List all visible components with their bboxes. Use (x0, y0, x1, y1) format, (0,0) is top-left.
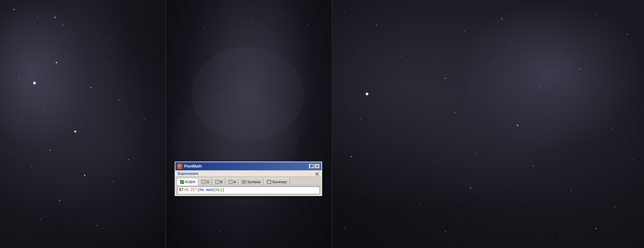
svg-point-19 (84, 175, 85, 176)
tab-b-color-box (216, 180, 219, 184)
svg-point-75 (564, 109, 565, 110)
svg-rect-112 (268, 181, 271, 183)
expression-med: med (206, 188, 213, 192)
svg-point-86 (527, 200, 527, 201)
svg-point-44 (226, 9, 226, 9)
svg-point-15 (50, 150, 51, 151)
expression-area: $T+0.25*(Ha-med(Ha)) (175, 185, 322, 195)
tab-g-label: G (206, 180, 209, 184)
tab-g[interactable]: G (199, 178, 212, 185)
svg-point-101 (348, 141, 348, 141)
svg-point-53 (345, 12, 345, 13)
svg-point-8 (91, 87, 92, 88)
tab-a-color-box (229, 180, 232, 184)
svg-point-68 (539, 87, 540, 88)
svg-point-97 (461, 53, 461, 54)
svg-point-78 (433, 163, 433, 163)
svg-point-105 (586, 139, 587, 139)
svg-point-16 (103, 144, 104, 144)
tab-rgb-k[interactable]: RGB/K (177, 178, 198, 185)
panel-separator-left (165, 0, 166, 248)
svg-point-82 (633, 159, 634, 160)
close-button[interactable]: ✕ (315, 164, 320, 168)
svg-point-0 (14, 9, 15, 10)
svg-point-12 (15, 125, 16, 126)
svg-point-90 (395, 238, 396, 238)
svg-point-69 (580, 69, 581, 69)
expression-T: $T (179, 188, 184, 192)
svg-point-74 (517, 125, 518, 126)
expression-num: 0.25 (186, 188, 195, 192)
expression-input[interactable]: $T+0.25*(Ha-med(Ha)) (177, 187, 320, 194)
pixelmath-dialog: ✦ PixelMath 🗗 ✕ Expressions ▲ R (175, 162, 322, 196)
svg-point-43 (204, 28, 204, 28)
svg-point-94 (596, 228, 597, 229)
svg-point-83 (364, 194, 364, 194)
dialog-icon-label: ✦ (178, 165, 181, 168)
svg-point-79 (476, 153, 477, 154)
tab-rgb-color-box (180, 180, 184, 184)
svg-point-96 (386, 44, 386, 44)
svg-point-60 (627, 34, 628, 35)
tab-rgb-label: RGB/K (185, 180, 195, 184)
svg-point-100 (605, 44, 605, 44)
svg-point-57 (502, 18, 503, 19)
dialog-body: Expressions ▲ RGB/K G B (175, 170, 322, 195)
svg-point-77 (351, 156, 352, 157)
svg-point-81 (589, 153, 590, 154)
svg-point-41 (155, 147, 156, 147)
dialog-title-left: ✦ PixelMath (177, 164, 202, 169)
svg-point-70 (621, 81, 621, 82)
svg-point-21 (113, 181, 113, 182)
main-container: ✦ PixelMath 🗗 ✕ Expressions ▲ R (0, 0, 644, 248)
svg-point-51 (298, 235, 298, 235)
expression-Ha: Ha (200, 188, 204, 192)
dialog-title-text: PixelMath (184, 164, 202, 168)
svg-point-48 (175, 219, 176, 220)
svg-point-34 (27, 213, 28, 213)
svg-point-39 (106, 62, 107, 63)
svg-point-67 (495, 62, 496, 63)
svg-point-88 (615, 206, 615, 207)
restore-button[interactable]: 🗗 (309, 164, 314, 168)
svg-point-50 (257, 222, 257, 222)
svg-point-99 (561, 50, 562, 50)
svg-point-25 (97, 225, 98, 226)
svg-point-95 (636, 238, 637, 238)
svg-point-18 (128, 159, 129, 160)
svg-point-47 (307, 25, 308, 25)
svg-point-6 (131, 50, 132, 50)
expression-paren1: ( (197, 188, 200, 192)
tab-summary[interactable]: Summary (264, 178, 290, 185)
expression-plus: + (184, 188, 186, 192)
tab-g-color-box (202, 180, 205, 184)
svg-point-91 (445, 231, 446, 232)
collapse-button[interactable]: ▲ (315, 171, 319, 176)
svg-point-2 (25, 31, 25, 32)
svg-point-31 (158, 106, 158, 106)
svg-point-73 (455, 112, 455, 113)
tab-b-label: B (220, 180, 222, 184)
svg-point-11 (119, 100, 120, 101)
svg-point-89 (345, 228, 345, 229)
svg-point-30 (7, 47, 7, 47)
svg-point-40 (20, 103, 20, 103)
stars-layer (0, 0, 644, 248)
expression-Ha2: Ha (215, 188, 220, 192)
svg-point-58 (549, 28, 549, 28)
svg-point-102 (426, 147, 427, 147)
tab-b[interactable]: B (213, 178, 225, 185)
svg-point-54 (376, 25, 377, 25)
svg-point-76 (611, 128, 612, 129)
svg-point-55 (423, 17, 424, 18)
tab-symbols[interactable]: Symbols (239, 178, 263, 185)
svg-point-36 (10, 153, 11, 154)
svg-point-71 (360, 119, 361, 119)
svg-point-38 (54, 17, 56, 18)
tab-a[interactable]: A (226, 178, 238, 185)
expressions-header: Expressions ▲ (175, 170, 322, 177)
svg-point-1 (37, 17, 38, 18)
tab-summary-label: Summary (272, 180, 287, 184)
svg-point-26 (138, 238, 138, 238)
svg-point-20 (22, 188, 22, 188)
